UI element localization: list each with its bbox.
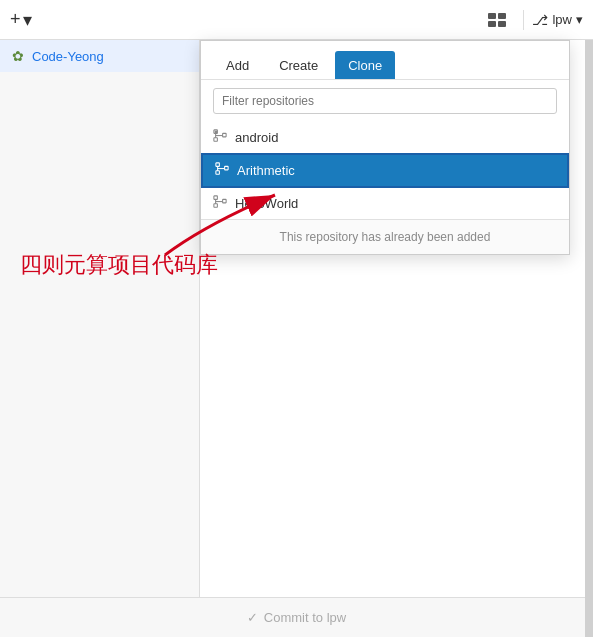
repo-icon-arithmetic: [215, 162, 229, 179]
svg-rect-11: [225, 166, 229, 170]
scrollbar-track[interactable]: [585, 40, 593, 637]
repo-list: android Arithmetic: [201, 122, 569, 219]
repo-item-helloworld[interactable]: HelloWorld: [201, 188, 569, 219]
plus-icon: +: [10, 9, 21, 30]
repo-item-android[interactable]: android: [201, 122, 569, 153]
repo-label-helloworld: HelloWorld: [235, 196, 298, 211]
bottom-bar: ✓ Commit to lpw: [0, 597, 593, 637]
panels-icon: [488, 13, 506, 27]
repo-icon-helloworld: [213, 195, 227, 212]
tab-add[interactable]: Add: [213, 51, 262, 79]
footer-text: This repository has already been added: [280, 230, 491, 244]
svg-rect-14: [214, 196, 218, 200]
tab-create[interactable]: Create: [266, 51, 331, 79]
clone-dropdown-panel: Add Create Clone android: [200, 40, 570, 255]
branch-dropdown-icon: ▾: [576, 12, 583, 27]
divider: [523, 10, 524, 30]
svg-rect-2: [488, 21, 496, 27]
add-button[interactable]: + ▾: [10, 9, 32, 31]
filter-input[interactable]: [213, 88, 557, 114]
svg-rect-15: [214, 204, 218, 208]
svg-rect-9: [216, 163, 220, 167]
svg-rect-10: [216, 171, 220, 175]
svg-rect-5: [214, 138, 218, 142]
svg-rect-6: [223, 133, 227, 137]
branch-selector[interactable]: ⎇ lpw ▾: [532, 12, 583, 28]
repo-label-arithmetic: Arithmetic: [237, 163, 295, 178]
branch-name: lpw: [552, 12, 572, 27]
sidebar-item-code-yeong[interactable]: ✿ Code-Yeong: [0, 40, 199, 72]
gear-icon: ✿: [12, 48, 24, 64]
repo-item-arithmetic[interactable]: Arithmetic: [201, 153, 569, 188]
svg-rect-16: [223, 199, 227, 203]
sidebar-item-label: Code-Yeong: [32, 49, 104, 64]
sidebar: ✿ Code-Yeong: [0, 40, 200, 637]
svg-rect-1: [498, 13, 506, 19]
add-dropdown-icon: ▾: [23, 9, 32, 31]
top-bar: + ▾ ⎇ lpw ▾: [0, 0, 593, 40]
panels-toggle-button[interactable]: [479, 0, 515, 40]
tab-clone[interactable]: Clone: [335, 51, 395, 79]
svg-rect-0: [488, 13, 496, 19]
branch-repo-icon: [213, 129, 227, 146]
commit-check-icon: ✓: [247, 610, 258, 625]
commit-label: Commit to lpw: [264, 610, 346, 625]
svg-rect-3: [498, 21, 506, 27]
commit-button[interactable]: ✓ Commit to lpw: [231, 604, 362, 631]
branch-icon: ⎇: [532, 12, 548, 28]
filter-container: [201, 80, 569, 122]
panel-tabs: Add Create Clone: [201, 41, 569, 80]
repo-label-android: android: [235, 130, 278, 145]
panel-footer: This repository has already been added: [201, 219, 569, 254]
